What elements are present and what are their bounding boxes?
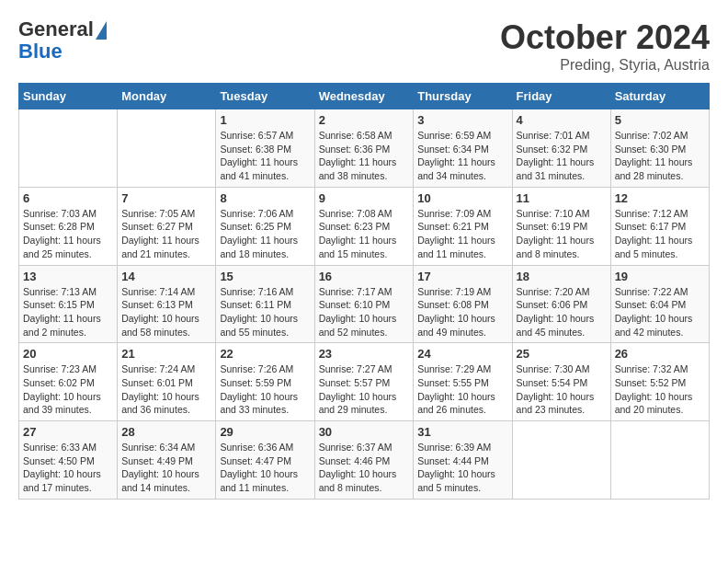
day-number: 18 [517,270,607,283]
day-info: Sunrise: 7:10 AMSunset: 6:19 PMDaylight:… [517,207,607,261]
day-of-week-saturday: Saturday [610,84,709,109]
days-of-week-row: SundayMondayTuesdayWednesdayThursdayFrid… [19,84,710,109]
day-of-week-sunday: Sunday [19,84,118,109]
week-row-1: 1Sunrise: 6:57 AMSunset: 6:38 PMDaylight… [19,109,710,188]
logo-blue: Blue [18,40,63,63]
calendar-cell: 27Sunrise: 6:33 AMSunset: 4:50 PMDayligh… [19,421,118,500]
calendar-cell: 31Sunrise: 6:39 AMSunset: 4:44 PMDayligh… [414,421,512,500]
day-number: 2 [319,113,410,127]
day-number: 12 [615,191,705,205]
day-info: Sunrise: 7:14 AMSunset: 6:13 PMDaylight:… [121,285,211,339]
month-year-title: October 2024 [500,18,710,57]
day-number: 7 [121,191,211,205]
day-number: 3 [417,113,507,127]
day-of-week-thursday: Thursday [414,84,512,109]
header: General Blue October 2024 Preding, Styri… [18,18,710,74]
calendar-body: 1Sunrise: 6:57 AMSunset: 6:38 PMDaylight… [19,109,710,500]
day-number: 19 [615,270,705,283]
day-number: 23 [319,347,410,361]
calendar-table: SundayMondayTuesdayWednesdayThursdayFrid… [18,83,710,500]
day-info: Sunrise: 7:16 AMSunset: 6:11 PMDaylight:… [220,285,310,339]
day-number: 21 [121,347,211,361]
calendar-cell: 26Sunrise: 7:32 AMSunset: 5:52 PMDayligh… [610,343,709,421]
day-number: 22 [220,347,310,361]
day-number: 17 [417,270,507,283]
day-info: Sunrise: 7:08 AMSunset: 6:23 PMDaylight:… [319,207,410,261]
title-section: October 2024 Preding, Styria, Austria [500,18,710,74]
calendar-cell: 1Sunrise: 6:57 AMSunset: 6:38 PMDaylight… [216,109,314,188]
calendar-cell: 4Sunrise: 7:01 AMSunset: 6:32 PMDaylight… [512,109,610,188]
calendar-cell: 21Sunrise: 7:24 AMSunset: 6:01 PMDayligh… [118,343,216,421]
day-number: 6 [23,191,113,205]
calendar-cell [610,421,709,500]
day-info: Sunrise: 6:36 AMSunset: 4:47 PMDaylight:… [220,441,310,495]
calendar-cell: 9Sunrise: 7:08 AMSunset: 6:23 PMDaylight… [314,187,414,265]
day-info: Sunrise: 7:19 AMSunset: 6:08 PMDaylight:… [417,285,507,339]
calendar-cell [512,421,610,500]
day-of-week-monday: Monday [118,84,216,109]
day-number: 25 [517,347,607,361]
day-info: Sunrise: 7:27 AMSunset: 5:57 PMDaylight:… [319,362,410,417]
calendar-cell: 7Sunrise: 7:05 AMSunset: 6:27 PMDaylight… [118,187,216,265]
day-number: 16 [319,270,410,283]
day-info: Sunrise: 7:01 AMSunset: 6:32 PMDaylight:… [517,129,607,183]
day-number: 14 [121,270,211,283]
calendar-cell: 3Sunrise: 6:59 AMSunset: 6:34 PMDaylight… [414,109,512,188]
day-info: Sunrise: 7:29 AMSunset: 5:55 PMDaylight:… [417,362,507,417]
day-number: 4 [517,113,607,127]
day-info: Sunrise: 6:39 AMSunset: 4:44 PMDaylight:… [417,441,507,495]
day-number: 5 [615,113,705,127]
logo: General Blue [18,18,107,63]
calendar-cell: 6Sunrise: 7:03 AMSunset: 6:28 PMDaylight… [19,187,118,265]
day-info: Sunrise: 6:59 AMSunset: 6:34 PMDaylight:… [417,129,507,183]
calendar-cell: 13Sunrise: 7:13 AMSunset: 6:15 PMDayligh… [19,265,118,343]
day-info: Sunrise: 7:06 AMSunset: 6:25 PMDaylight:… [220,207,310,261]
day-number: 1 [220,113,310,127]
calendar-cell: 19Sunrise: 7:22 AMSunset: 6:04 PMDayligh… [610,265,709,343]
day-info: Sunrise: 7:09 AMSunset: 6:21 PMDaylight:… [417,207,507,261]
calendar-cell: 18Sunrise: 7:20 AMSunset: 6:06 PMDayligh… [512,265,610,343]
day-number: 20 [23,347,113,361]
day-info: Sunrise: 7:02 AMSunset: 6:30 PMDaylight:… [615,129,705,183]
calendar-cell: 20Sunrise: 7:23 AMSunset: 6:02 PMDayligh… [19,343,118,421]
day-number: 29 [220,425,310,439]
calendar-cell: 12Sunrise: 7:12 AMSunset: 6:17 PMDayligh… [610,187,709,265]
logo-general: General [18,18,94,40]
calendar-cell: 15Sunrise: 7:16 AMSunset: 6:11 PMDayligh… [216,265,314,343]
day-info: Sunrise: 6:34 AMSunset: 4:49 PMDaylight:… [121,441,211,495]
day-number: 15 [220,270,310,283]
week-row-2: 6Sunrise: 7:03 AMSunset: 6:28 PMDaylight… [19,187,710,265]
day-number: 27 [23,425,113,439]
calendar-cell: 14Sunrise: 7:14 AMSunset: 6:13 PMDayligh… [118,265,216,343]
calendar-cell: 17Sunrise: 7:19 AMSunset: 6:08 PMDayligh… [414,265,512,343]
calendar-cell: 8Sunrise: 7:06 AMSunset: 6:25 PMDaylight… [216,187,314,265]
day-info: Sunrise: 6:33 AMSunset: 4:50 PMDaylight:… [23,441,113,495]
day-number: 28 [121,425,211,439]
week-row-3: 13Sunrise: 7:13 AMSunset: 6:15 PMDayligh… [19,265,710,343]
day-info: Sunrise: 7:05 AMSunset: 6:27 PMDaylight:… [121,207,211,261]
day-info: Sunrise: 7:30 AMSunset: 5:54 PMDaylight:… [517,362,607,417]
day-info: Sunrise: 7:26 AMSunset: 5:59 PMDaylight:… [220,362,310,417]
day-info: Sunrise: 7:03 AMSunset: 6:28 PMDaylight:… [23,207,113,261]
calendar-cell: 28Sunrise: 6:34 AMSunset: 4:49 PMDayligh… [118,421,216,500]
day-number: 31 [417,425,507,439]
day-of-week-tuesday: Tuesday [216,84,314,109]
day-info: Sunrise: 7:12 AMSunset: 6:17 PMDaylight:… [615,207,705,261]
day-info: Sunrise: 7:17 AMSunset: 6:10 PMDaylight:… [319,285,410,339]
day-number: 24 [417,347,507,361]
calendar-cell: 23Sunrise: 7:27 AMSunset: 5:57 PMDayligh… [314,343,414,421]
day-info: Sunrise: 6:37 AMSunset: 4:46 PMDaylight:… [319,441,410,495]
day-number: 13 [23,270,113,283]
week-row-5: 27Sunrise: 6:33 AMSunset: 4:50 PMDayligh… [19,421,710,500]
day-info: Sunrise: 7:20 AMSunset: 6:06 PMDaylight:… [517,285,607,339]
day-info: Sunrise: 7:32 AMSunset: 5:52 PMDaylight:… [615,362,705,417]
day-info: Sunrise: 7:13 AMSunset: 6:15 PMDaylight:… [23,285,113,339]
calendar-cell: 10Sunrise: 7:09 AMSunset: 6:21 PMDayligh… [414,187,512,265]
day-info: Sunrise: 7:22 AMSunset: 6:04 PMDaylight:… [615,285,705,339]
day-number: 10 [417,191,507,205]
calendar-cell: 25Sunrise: 7:30 AMSunset: 5:54 PMDayligh… [512,343,610,421]
day-number: 11 [517,191,607,205]
day-of-week-friday: Friday [512,84,610,109]
day-info: Sunrise: 6:57 AMSunset: 6:38 PMDaylight:… [220,129,310,183]
calendar-cell: 30Sunrise: 6:37 AMSunset: 4:46 PMDayligh… [314,421,414,500]
